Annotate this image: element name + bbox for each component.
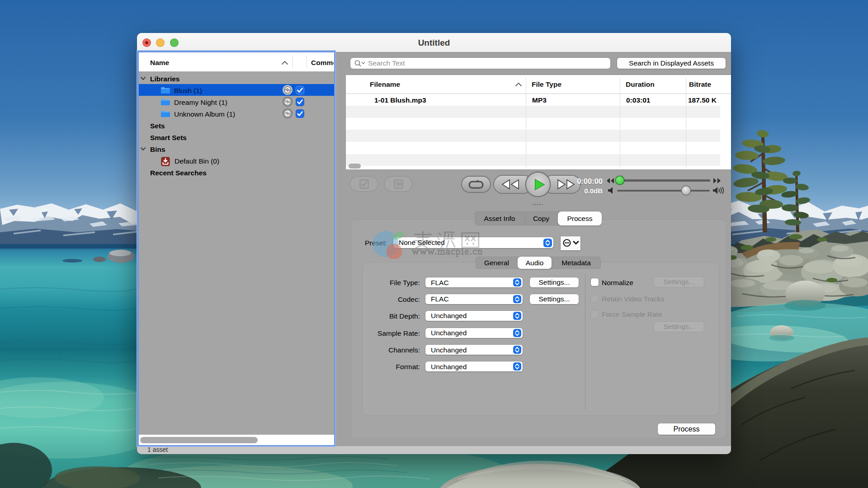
svg-text:www.macpie.cn: www.macpie.cn [412, 245, 483, 257]
